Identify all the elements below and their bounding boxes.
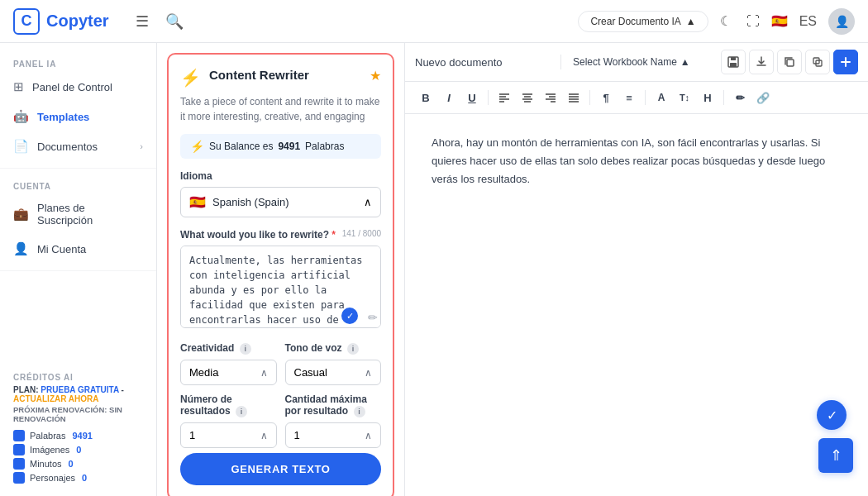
sidebar-item-mi-cuenta[interactable]: 👤 Mi Cuenta [0, 234, 156, 264]
download-icon-btn[interactable] [749, 50, 774, 74]
lang-code[interactable]: ES [796, 11, 820, 32]
generate-btn[interactable]: GENERAR TEXTO [180, 453, 381, 485]
card-header: ⚡ Content Rewriter ★ [180, 68, 381, 88]
copy-icon-btn[interactable] [777, 50, 802, 74]
sidebar-divider-2 [0, 270, 156, 271]
sidebar-item-planes[interactable]: 💼 Planes de Suscripción [0, 194, 156, 234]
check-icon: ✓ [341, 308, 358, 324]
sidebar-item-documentos[interactable]: 📄 Documentos › [0, 131, 156, 161]
editor-text: Ahora, hay un montón de herramientas con… [432, 134, 842, 188]
rewrite-group: What would you like to rewrite? * 141 / … [180, 229, 381, 331]
line-height-btn[interactable]: ¶ [595, 87, 617, 108]
crear-documento-btn[interactable]: Crear Documento IA ▲ [578, 11, 708, 32]
documentos-icon: 📄 [13, 139, 29, 154]
chevron-up-icon: ∧ [260, 430, 268, 441]
logo-box: C [13, 8, 40, 35]
creatividad-tono-row: Creatividad i Media ∧ Tono de voz i Casu… [180, 342, 381, 385]
tono-info-icon[interactable]: i [347, 343, 359, 355]
sidebar-item-templates[interactable]: 🤖 Templates [0, 102, 156, 131]
chevron-up-icon: ∧ [365, 367, 372, 379]
align-right-btn[interactable] [540, 87, 561, 108]
language-flag: 🇪🇸 [189, 194, 206, 210]
avatar[interactable]: 👤 [828, 8, 855, 35]
edit-icon[interactable]: ✏ [368, 311, 378, 324]
italic-btn[interactable]: I [438, 87, 460, 108]
tono-value: Casual [294, 366, 327, 379]
font-size-btn[interactable]: T↕ [674, 87, 695, 108]
crear-btn-label: Crear Documento IA [590, 16, 680, 27]
panel-control-icon: ⊞ [13, 79, 24, 94]
doc-name-input[interactable] [415, 56, 554, 69]
topnav-right: Crear Documento IA ▲ ☾ ⛶ 🇪🇸 ES 👤 [578, 8, 855, 35]
format-toolbar: B I U ¶ ≡ A T↕ H ✏ 🔗 [405, 82, 868, 114]
logo[interactable]: C Copyter [13, 8, 109, 35]
mi-cuenta-icon: 👤 [13, 241, 29, 256]
link-btn[interactable]: 🔗 [752, 87, 774, 108]
idioma-label: Idioma [180, 170, 381, 182]
palabras-icon [13, 430, 25, 441]
chevron-up-icon: ▲ [686, 16, 696, 27]
balance-icon: ⚡ [190, 140, 204, 153]
sidebar-item-panel-control[interactable]: ⊞ Panel de Control [0, 72, 156, 102]
sidebar-item-label: Planes de Suscripción [37, 202, 143, 227]
creatividad-info-icon[interactable]: i [240, 343, 251, 355]
credit-row-palabras: Palabras 9491 [13, 430, 143, 441]
credits-label: CRÉDITOS AI [13, 373, 143, 385]
search-icon[interactable]: 🔍 [162, 9, 187, 34]
float-check-btn[interactable]: ✓ [817, 400, 847, 430]
sidebar-item-label: Panel de Control [32, 81, 112, 93]
scroll-up-btn[interactable]: ⇑ [818, 438, 853, 473]
cantidad-input[interactable]: 1 ∧ [285, 422, 382, 448]
font-color-btn[interactable]: A [651, 87, 672, 108]
sidebar-item-label: Documentos [37, 141, 98, 153]
topnav: C Copyter ☰ 🔍 Crear Documento IA ▲ ☾ ⛶ 🇪… [0, 0, 868, 43]
language-flag[interactable]: 🇪🇸 [771, 13, 788, 29]
bold-btn[interactable]: B [415, 87, 436, 108]
resultados-info-icon[interactable]: i [236, 406, 247, 417]
resultados-cantidad-row: Número de resultados i 1 ∧ Cantidad máxi… [180, 393, 381, 448]
duplicate-icon-btn[interactable] [805, 50, 830, 74]
card-icon: ⚡ [180, 68, 201, 88]
center-panel: ⚡ Content Rewriter ★ Take a piece of con… [157, 43, 405, 496]
editor-content[interactable]: Ahora, hay un montón de herramientas con… [405, 114, 868, 496]
editor-panel: Select Workbook Name ▲ B I U [405, 43, 868, 496]
resultados-input[interactable]: 1 ∧ [180, 422, 277, 448]
dark-mode-icon[interactable]: ☾ [717, 10, 735, 32]
language-selector[interactable]: 🇪🇸 Spanish (Spain) ∧ [180, 187, 381, 217]
svg-rect-3 [787, 60, 794, 66]
main-layout: PANEL IA ⊞ Panel de Control 🤖 Templates … [0, 43, 868, 496]
chevron-right-icon: › [140, 141, 143, 151]
sidebar-section-panel-ia: PANEL IA [0, 53, 156, 72]
sidebar-item-label: Templates [37, 111, 89, 123]
minutos-icon [13, 458, 25, 470]
template-card: ⚡ Content Rewriter ★ Take a piece of con… [167, 53, 394, 496]
align-center-btn[interactable] [517, 87, 538, 108]
save-icon-btn[interactable] [721, 50, 746, 74]
highlight-btn[interactable]: ✏ [729, 87, 751, 108]
renovacion-text: PRÓXIMA RENOVACIÓN: SIN RENOVACIÓN [13, 405, 143, 423]
cantidad-value: 1 [294, 429, 300, 441]
workbook-select-btn[interactable]: Select Workbook Name ▲ [568, 53, 695, 71]
chevron-up-icon: ▲ [680, 56, 690, 68]
credit-row-personajes: Personajes 0 [13, 472, 143, 484]
menu-icon[interactable]: ☰ [132, 9, 152, 34]
language-name: Spanish (Spain) [212, 196, 289, 208]
underline-btn[interactable]: U [461, 87, 483, 108]
creatividad-select[interactable]: Media ∧ [180, 360, 277, 385]
cantidad-group: Cantidad máxima por resultado i 1 ∧ [285, 393, 382, 448]
tono-select[interactable]: Casual ∧ [285, 360, 382, 385]
list-btn[interactable]: ≡ [618, 87, 640, 108]
creatividad-group: Creatividad i Media ∧ [180, 342, 277, 385]
personajes-icon [13, 472, 25, 484]
fullscreen-icon[interactable]: ⛶ [743, 11, 763, 32]
plan-text: PLAN: PRUEBA GRATUITA - ACTUALIZAR AHORA [13, 385, 143, 403]
cantidad-info-icon[interactable]: i [354, 406, 365, 417]
editor-action-blue-btn[interactable] [833, 50, 858, 74]
upgrade-link[interactable]: ACTUALIZAR AHORA [13, 394, 99, 403]
heading-btn[interactable]: H [697, 87, 718, 108]
imagenes-icon [13, 444, 25, 455]
justify-btn[interactable] [563, 87, 584, 108]
resultados-group: Número de resultados i 1 ∧ [180, 393, 277, 448]
star-icon[interactable]: ★ [370, 68, 381, 83]
align-left-btn[interactable] [494, 87, 515, 108]
